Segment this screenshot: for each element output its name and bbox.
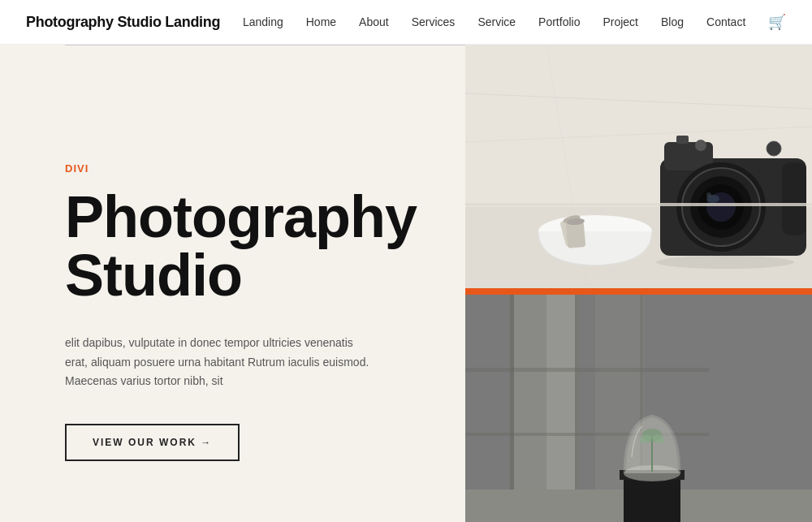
nav-link-item: About [359, 15, 389, 29]
nav-link[interactable]: About [359, 15, 389, 28]
nav-link-item: Project [603, 15, 638, 29]
svg-point-23 [767, 141, 781, 156]
svg-rect-25 [465, 203, 812, 206]
orange-divider [465, 288, 812, 295]
nav-link[interactable]: Contact [706, 15, 745, 28]
navbar: Photography Studio Landing LandingHomeAb… [0, 0, 812, 45]
svg-rect-31 [575, 295, 579, 522]
svg-point-22 [695, 140, 706, 151]
nav-link[interactable]: Landing [243, 15, 283, 28]
nav-link[interactable]: Service [477, 15, 516, 28]
svg-rect-7 [566, 221, 586, 248]
nav-link-item: Service [477, 15, 516, 29]
camera-image [465, 45, 812, 288]
nav-link[interactable]: Blog [661, 15, 684, 28]
svg-rect-12 [782, 162, 806, 235]
svg-rect-20 [676, 136, 689, 144]
nav-link-item: Contact [706, 15, 745, 29]
nav-links: LandingHomeAboutServicesServicePortfolio… [243, 15, 745, 29]
hero-left-panel: DIVI Photography Studio elit dapibus, vu… [0, 45, 465, 522]
svg-rect-28 [546, 295, 579, 522]
svg-rect-33 [465, 368, 709, 372]
svg-point-19 [706, 192, 711, 197]
nav-link[interactable]: Project [603, 15, 638, 28]
nav-link-item: Portfolio [538, 15, 580, 29]
nav-link[interactable]: Portfolio [538, 15, 580, 28]
site-logo: Photography Studio Landing [26, 14, 220, 31]
nav-link[interactable]: Home [306, 15, 336, 28]
svg-point-24 [656, 256, 794, 269]
nav-link-item: Landing [243, 15, 283, 29]
cta-button[interactable]: VIEW OUR WORK → [65, 424, 240, 461]
hero-section: DIVI Photography Studio elit dapibus, vu… [0, 45, 812, 522]
hero-title-line2: Studio [65, 243, 242, 308]
hero-right-panel [465, 45, 812, 522]
nav-link-item: Services [412, 15, 456, 29]
hero-title-line1: Photography [65, 184, 417, 249]
nav-link-item: Home [306, 15, 336, 29]
hero-description: elit dapibus, vulputate in donec tempor … [65, 334, 374, 391]
nav-link[interactable]: Services [412, 15, 456, 28]
cart-icon[interactable]: 🛒 [768, 13, 786, 31]
hero-title: Photography Studio [65, 188, 417, 304]
window-light-image [465, 295, 812, 522]
divi-label: DIVI [65, 162, 417, 175]
svg-rect-30 [510, 295, 514, 522]
nav-link-item: Blog [661, 15, 684, 29]
